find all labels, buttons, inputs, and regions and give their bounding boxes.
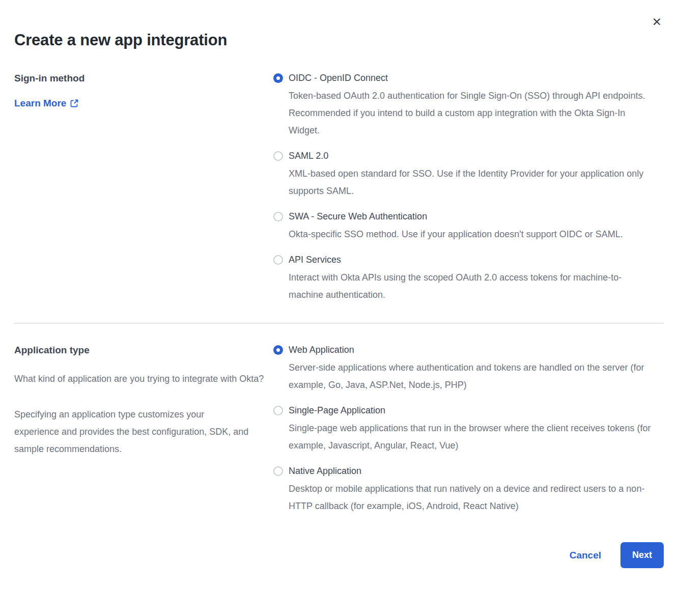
close-icon[interactable]: ✕	[652, 16, 662, 28]
option-oidc[interactable]: OIDC - OpenID Connect Token-based OAuth …	[273, 72, 664, 139]
option-api-services[interactable]: API Services Interact with Okta APIs usi…	[273, 254, 664, 303]
radio-unselected-icon[interactable]	[273, 406, 283, 415]
option-single-page-application[interactable]: Single-Page Application Single-page web …	[273, 405, 664, 454]
option-api-services-body: API Services Interact with Okta APIs usi…	[289, 254, 651, 303]
radio-unselected-icon[interactable]	[273, 212, 283, 221]
option-web-application-description: Server-side applications where authentic…	[289, 359, 651, 394]
option-web-application-label: Web Application	[289, 344, 651, 356]
option-saml[interactable]: SAML 2.0 XML-based open standard for SSO…	[273, 150, 664, 200]
option-single-page-application-body: Single-Page Application Single-page web …	[289, 405, 651, 454]
option-web-application[interactable]: Web Application Server-side applications…	[273, 344, 664, 394]
option-oidc-description: Token-based OAuth 2.0 authentication for…	[289, 87, 651, 139]
option-native-application-description: Desktop or mobile applications that run …	[289, 480, 651, 515]
section-divider	[14, 323, 664, 324]
radio-unselected-icon[interactable]	[273, 466, 283, 476]
dialog-title: Create a new app integration	[14, 31, 664, 50]
cancel-button[interactable]: Cancel	[570, 550, 601, 561]
option-single-page-application-label: Single-Page Application	[289, 405, 651, 416]
learn-more-label: Learn More	[14, 98, 66, 109]
option-web-application-body: Web Application Server-side applications…	[289, 344, 651, 394]
option-swa[interactable]: SWA - Secure Web Authentication Okta-spe…	[273, 211, 664, 243]
dialog-footer: Cancel Next	[14, 542, 664, 568]
option-oidc-label: OIDC - OpenID Connect	[289, 72, 651, 84]
option-single-page-application-description: Single-page web applications that run in…	[289, 419, 651, 454]
signin-method-options: OIDC - OpenID Connect Token-based OAuth …	[273, 72, 664, 303]
learn-more-link[interactable]: Learn More	[14, 98, 78, 109]
application-type-intro-1: What kind of application are you trying …	[14, 370, 269, 387]
application-type-options: Web Application Server-side applications…	[273, 344, 664, 515]
option-native-application[interactable]: Native Application Desktop or mobile app…	[273, 465, 664, 515]
application-type-section: Application type What kind of applicatio…	[14, 344, 664, 515]
radio-selected-icon[interactable]	[273, 345, 283, 355]
signin-method-section: Sign-in method Learn More OIDC - OpenID …	[14, 72, 664, 303]
option-native-application-body: Native Application Desktop or mobile app…	[289, 465, 651, 515]
option-swa-body: SWA - Secure Web Authentication Okta-spe…	[289, 211, 623, 243]
option-saml-body: SAML 2.0 XML-based open standard for SSO…	[289, 150, 651, 200]
application-type-intro-2: Specifying an application type customize…	[14, 406, 251, 458]
application-type-left: Application type What kind of applicatio…	[14, 344, 273, 515]
create-app-integration-dialog: ✕ Create a new app integration Sign-in m…	[0, 0, 678, 616]
option-native-application-label: Native Application	[289, 465, 651, 477]
option-saml-description: XML-based open standard for SSO. Use if …	[289, 165, 651, 200]
option-api-services-description: Interact with Okta APIs using the scoped…	[289, 269, 651, 303]
radio-selected-icon[interactable]	[273, 73, 283, 83]
external-link-icon	[70, 99, 78, 107]
option-swa-label: SWA - Secure Web Authentication	[289, 211, 623, 222]
application-type-label: Application type	[14, 344, 273, 356]
radio-unselected-icon[interactable]	[273, 151, 283, 161]
option-api-services-label: API Services	[289, 254, 651, 266]
radio-unselected-icon[interactable]	[273, 255, 283, 265]
signin-method-left: Sign-in method Learn More	[14, 72, 273, 303]
option-saml-label: SAML 2.0	[289, 150, 651, 162]
signin-method-label: Sign-in method	[14, 72, 273, 84]
option-oidc-body: OIDC - OpenID Connect Token-based OAuth …	[289, 72, 651, 139]
option-swa-description: Okta-specific SSO method. Use if your ap…	[289, 226, 623, 243]
next-button[interactable]: Next	[620, 542, 664, 568]
